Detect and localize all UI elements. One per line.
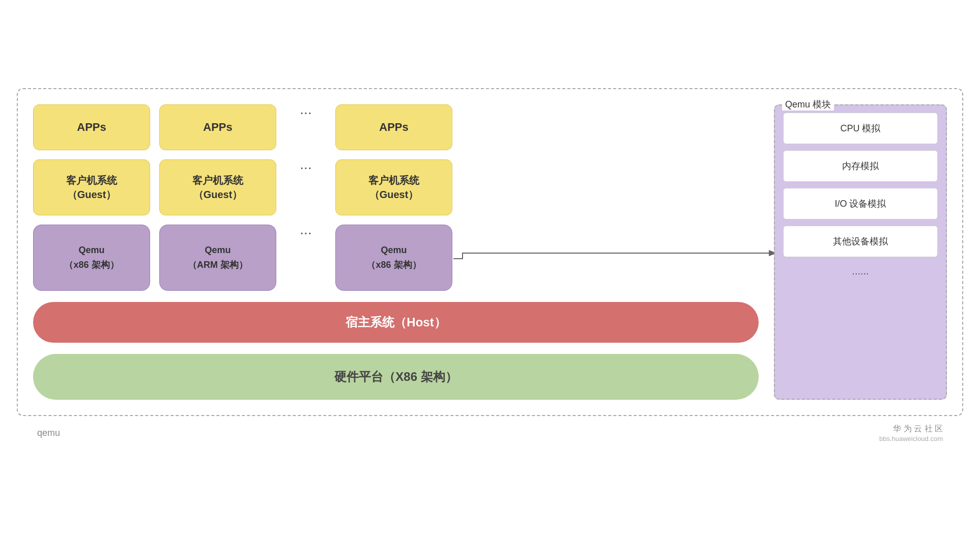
- host-bar: 宿主系统（Host）: [33, 302, 759, 343]
- diagram-wrapper: APPs APPs ··· APPs 客户机系统（Guest） 客户机系统（Gu…: [17, 78, 963, 475]
- guest-box-1: 客户机系统（Guest）: [33, 159, 150, 215]
- right-section: Qemu 模块 CPU 模拟 内存模拟 I/O 设备模拟 其他设备模拟 ....…: [774, 104, 947, 400]
- apps-row: APPs APPs ··· APPs: [33, 104, 759, 150]
- caption-right: 华 为 云 社 区 bbs.huaweicloud.com: [879, 423, 943, 444]
- guest-dots: ···: [285, 159, 326, 176]
- main-outer-box: APPs APPs ··· APPs 客户机系统（Guest） 客户机系统（Gu…: [17, 88, 963, 416]
- module-cpu: CPU 模拟: [783, 113, 938, 144]
- qemu-module-title: Qemu 模块: [782, 98, 834, 111]
- guest-row: 客户机系统（Guest） 客户机系统（Guest） ··· 客户机系统（Gues…: [33, 159, 759, 215]
- bottom-caption: qemu 华 为 云 社 区 bbs.huaweicloud.com: [17, 416, 963, 444]
- qemu-box-1: Qemu（x86 架构）: [33, 225, 150, 291]
- qemu-box-3: Qemu（x86 架构）: [335, 225, 452, 291]
- guest-box-2: 客户机系统（Guest）: [159, 159, 276, 215]
- apps-box-2: APPs: [159, 104, 276, 150]
- module-dots: ......: [783, 263, 938, 279]
- apps-box-1: APPs: [33, 104, 150, 150]
- hardware-bar: 硬件平台（X86 架构）: [33, 354, 759, 400]
- module-io: I/O 设备模拟: [783, 188, 938, 219]
- qemu-dots: ···: [285, 225, 326, 241]
- qemu-row: Qemu（x86 架构） Qemu（ARM 架构） ··· Qemu（x86 架…: [33, 225, 759, 291]
- guest-box-3: 客户机系统（Guest）: [335, 159, 452, 215]
- qemu-module-box: Qemu 模块 CPU 模拟 内存模拟 I/O 设备模拟 其他设备模拟 ....…: [774, 104, 947, 400]
- apps-box-3: APPs: [335, 104, 452, 150]
- caption-left: qemu: [37, 428, 60, 438]
- apps-dots: ···: [285, 104, 326, 121]
- module-memory: 内存模拟: [783, 150, 938, 182]
- module-other: 其他设备模拟: [783, 226, 938, 257]
- qemu-box-2: Qemu（ARM 架构）: [159, 225, 276, 291]
- left-section: APPs APPs ··· APPs 客户机系统（Guest） 客户机系统（Gu…: [33, 104, 759, 400]
